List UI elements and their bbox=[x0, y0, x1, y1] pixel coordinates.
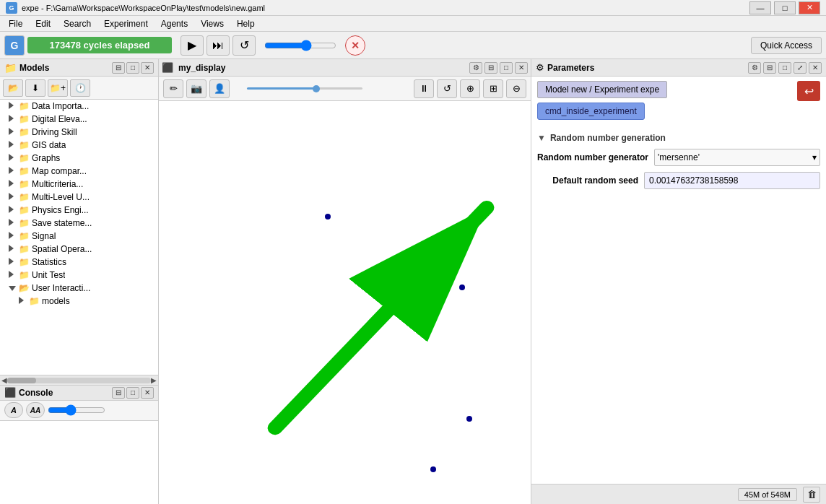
menu-search[interactable]: Search bbox=[58, 17, 97, 30]
display-settings-icon[interactable]: ⚙ bbox=[469, 62, 482, 74]
tree-item-driving-skill[interactable]: 📁 Driving Skill bbox=[0, 126, 158, 139]
clear-button[interactable]: 🗑 bbox=[803, 487, 820, 503]
params-expand-icon[interactable]: □ bbox=[778, 62, 791, 74]
display-tools: ✏ 📷 👤 ⏸ ↺ ⊕ ⊞ ⊖ bbox=[159, 77, 531, 101]
console-font-slider[interactable] bbox=[48, 404, 105, 416]
tree-item-graphs[interactable]: 📁 Graphs bbox=[0, 152, 158, 165]
step-button[interactable]: ⏭ bbox=[206, 35, 230, 56]
camera-button[interactable]: 📷 bbox=[186, 79, 206, 98]
menu-bar: File Edit Search Experiment Agents Views… bbox=[0, 16, 826, 32]
tree-item-physics[interactable]: 📁 Physics Engi... bbox=[0, 204, 158, 217]
seed-param-row: Default random seed bbox=[537, 172, 820, 189]
clock-btn[interactable]: 🕐 bbox=[70, 79, 90, 97]
console-toolbar: A AA bbox=[0, 401, 158, 421]
scroll-left-arrow[interactable]: ◀ bbox=[1, 376, 7, 384]
memory-usage: 45M of 548M bbox=[738, 488, 797, 501]
scroll-right-arrow[interactable]: ▶ bbox=[151, 376, 157, 384]
tree-item-multi-level[interactable]: 📁 Multi-Level U... bbox=[0, 191, 158, 204]
parameters-header-icons: ⚙ ⊟ □ ⤢ ✕ bbox=[748, 62, 822, 74]
minimize-button[interactable]: — bbox=[749, 1, 771, 14]
cycles-elapsed-bar: 173478 cycles elapsed bbox=[27, 37, 172, 53]
models-panel-header: 📁 Models ⊟ □ ✕ bbox=[0, 59, 158, 77]
models-section: 📁 Models ⊟ □ ✕ 📂 ⬇ 📁+ 🕐 📁 bbox=[0, 59, 158, 385]
params-close-icon[interactable]: ✕ bbox=[809, 62, 822, 74]
title-bar-controls[interactable]: — □ ✕ bbox=[749, 1, 820, 14]
maximize-button[interactable]: □ bbox=[774, 1, 796, 14]
params-maximize-icon[interactable]: ⤢ bbox=[794, 62, 807, 74]
tree-item-map-compar[interactable]: 📁 Map compar... bbox=[0, 165, 158, 178]
parameters-panel-header: ⚙ Parameters ⚙ ⊟ □ ⤢ ✕ bbox=[531, 59, 826, 77]
dot-1 bbox=[325, 214, 331, 220]
display-panel-title: my_display bbox=[178, 63, 225, 73]
reload-button[interactable]: ↺ bbox=[232, 35, 256, 56]
tree-item-data-importa[interactable]: 📁 Data Importa... bbox=[0, 100, 158, 113]
params-settings-icon[interactable]: ⚙ bbox=[748, 62, 761, 74]
tree-item-multicriteria[interactable]: 📁 Multicriteria... bbox=[0, 178, 158, 191]
tree-item-signal[interactable]: 📁 Signal bbox=[0, 230, 158, 243]
tree-item-unit-test[interactable]: 📁 Unit Test bbox=[0, 269, 158, 282]
scroll-thumb[interactable] bbox=[7, 378, 36, 383]
models-minimize-icon[interactable]: ⊟ bbox=[112, 62, 125, 74]
dot-3 bbox=[466, 416, 472, 422]
parameters-content: ▼ Random number generation Random number… bbox=[531, 127, 826, 484]
app-toolbar-icon[interactable]: G bbox=[4, 35, 25, 56]
models-panel-title: Models bbox=[19, 63, 109, 73]
menu-file[interactable]: File bbox=[3, 17, 28, 30]
tree-item-gis-data[interactable]: 📁 GIS data bbox=[0, 139, 158, 152]
parameters-title: Parameters bbox=[547, 63, 594, 73]
scroll-track[interactable] bbox=[7, 378, 151, 383]
console-title: Console bbox=[19, 388, 109, 398]
reset-view-button[interactable]: ↺ bbox=[437, 79, 457, 98]
tree-item-spatial[interactable]: 📁 Spatial Opera... bbox=[0, 243, 158, 256]
models-tree: 📁 Data Importa... 📁 Digital Eleva... 📁 D… bbox=[0, 100, 158, 375]
draw-button[interactable]: ✏ bbox=[163, 79, 183, 98]
cmd-experiment-button[interactable]: cmd_inside_experiment bbox=[537, 103, 645, 120]
play-button[interactable]: ▶ bbox=[181, 35, 204, 56]
menu-help[interactable]: Help bbox=[231, 17, 261, 30]
console-font-a-button[interactable]: A bbox=[4, 402, 23, 418]
new-folder-btn[interactable]: 📁+ bbox=[48, 79, 68, 97]
zoom-in-button[interactable]: ⊕ bbox=[460, 79, 480, 98]
console-minimize-icon[interactable]: ⊟ bbox=[112, 387, 125, 399]
display-minimize-icon[interactable]: ⊟ bbox=[484, 62, 497, 74]
menu-views[interactable]: Views bbox=[195, 17, 230, 30]
speed-slider[interactable] bbox=[264, 40, 336, 51]
models-hscrollbar[interactable]: ◀ ▶ bbox=[0, 375, 158, 385]
console-maximize-icon[interactable]: □ bbox=[126, 387, 139, 399]
window-title: expe - F:\Gama\Workspace\WorkspaceOnPlay… bbox=[22, 4, 265, 12]
zoom-out-button[interactable]: ⊖ bbox=[506, 79, 526, 98]
models-toolbar: 📂 ⬇ 📁+ 🕐 bbox=[0, 77, 158, 100]
tree-item-save-state[interactable]: 📁 Save stateme... bbox=[0, 217, 158, 230]
console-close-icon[interactable]: ✕ bbox=[141, 387, 154, 399]
rng-value: 'mersenne' bbox=[658, 152, 700, 162]
parameters-panel: ⚙ Parameters ⚙ ⊟ □ ⤢ ✕ Model new / Exper… bbox=[531, 59, 826, 504]
agents-button[interactable]: 👤 bbox=[209, 79, 230, 98]
menu-edit[interactable]: Edit bbox=[30, 17, 56, 30]
params-back-button[interactable]: ↩ bbox=[797, 81, 820, 101]
close-button[interactable]: ✕ bbox=[799, 1, 820, 14]
params-minimize-icon[interactable]: ⊟ bbox=[763, 62, 776, 74]
stop-button[interactable]: ✕ bbox=[345, 35, 365, 56]
folder-down-btn[interactable]: ⬇ bbox=[25, 79, 45, 97]
menu-experiment[interactable]: Experiment bbox=[98, 17, 154, 30]
models-panel-controls: ⊟ □ ✕ bbox=[112, 62, 154, 74]
tree-item-statistics[interactable]: 📁 Statistics bbox=[0, 256, 158, 269]
tree-item-user-interact[interactable]: 📂 User Interacti... bbox=[0, 282, 158, 295]
model-experiment-button[interactable]: Model new / Experiment expe bbox=[537, 81, 667, 98]
tree-item-models[interactable]: 📁 models bbox=[0, 295, 158, 308]
tree-item-digital-eleva[interactable]: 📁 Digital Eleva... bbox=[0, 113, 158, 126]
rng-collapse-icon[interactable]: ▼ bbox=[537, 133, 546, 143]
seed-input[interactable] bbox=[644, 172, 820, 189]
fit-button[interactable]: ⊞ bbox=[483, 79, 503, 98]
models-close-icon[interactable]: ✕ bbox=[141, 62, 154, 74]
folder-open-btn[interactable]: 📂 bbox=[3, 79, 23, 97]
quick-access-button[interactable]: Quick Access bbox=[751, 37, 822, 54]
console-font-aa-button[interactable]: AA bbox=[26, 402, 45, 418]
models-maximize-icon[interactable]: □ bbox=[126, 62, 139, 74]
rng-dropdown[interactable]: 'mersenne' ▾ bbox=[654, 149, 820, 166]
display-maximize-icon[interactable]: □ bbox=[500, 62, 513, 74]
display-close-icon[interactable]: ✕ bbox=[515, 62, 528, 74]
menu-agents[interactable]: Agents bbox=[155, 17, 194, 30]
pause-button[interactable]: ⏸ bbox=[414, 79, 434, 98]
display-canvas[interactable] bbox=[159, 101, 531, 504]
